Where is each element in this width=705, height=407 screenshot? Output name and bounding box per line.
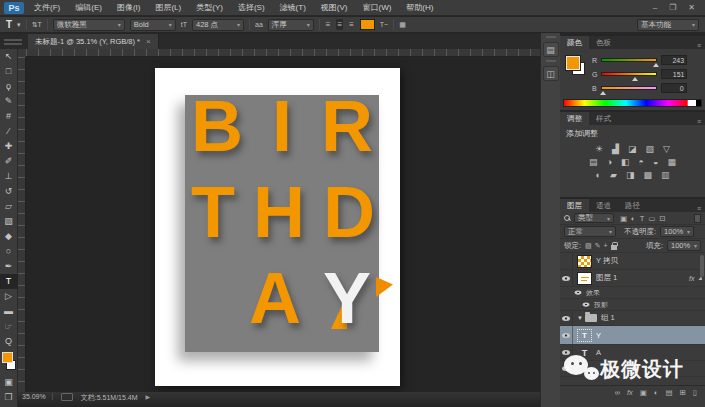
foreground-color-swatch[interactable]: [566, 56, 580, 70]
blur-tool[interactable]: ◆: [0, 229, 18, 244]
healing-brush-tool[interactable]: ✚: [0, 139, 18, 154]
group-row[interactable]: ▼ 组 1: [560, 311, 705, 326]
tab-channels[interactable]: 通道: [589, 199, 618, 212]
eye-icon[interactable]: [583, 302, 590, 306]
tab-color[interactable]: 颜色: [560, 36, 589, 49]
maximize-button[interactable]: ❐: [669, 3, 676, 12]
foreground-color-swatch[interactable]: [2, 352, 13, 363]
blue-value[interactable]: 0: [661, 83, 687, 93]
text-orientation-icon[interactable]: ⇅T: [32, 21, 42, 29]
toolbar-collapse-grip[interactable]: [4, 39, 22, 45]
close-tab-icon[interactable]: ×: [146, 37, 151, 46]
clone-stamp-tool[interactable]: ⊥: [0, 169, 18, 184]
hand-tool[interactable]: ☞: [0, 319, 18, 334]
gradient-tool[interactable]: ▨: [0, 214, 18, 229]
filter-smart-object-icon[interactable]: ⊡: [659, 214, 665, 223]
gradient-map-icon[interactable]: ▩: [643, 170, 652, 180]
lasso-tool[interactable]: ϙ: [0, 79, 18, 94]
menu-image[interactable]: 图像(I): [117, 2, 141, 13]
tab-swatches[interactable]: 色板: [589, 36, 618, 49]
document-tab[interactable]: 未标题-1 @ 35.1% (Y, RGB/8) * ×: [28, 34, 159, 49]
tab-layers[interactable]: 图层: [560, 199, 589, 212]
minimize-button[interactable]: –: [653, 3, 657, 12]
close-button[interactable]: ✕: [688, 3, 695, 12]
levels-icon[interactable]: ▟: [612, 144, 619, 154]
tool-preset-dropdown-icon[interactable]: ▾: [17, 21, 21, 29]
pen-tool[interactable]: ✒: [0, 259, 18, 274]
color-spectrum-ramp[interactable]: [563, 99, 702, 107]
menu-type[interactable]: 类型(Y): [196, 2, 223, 13]
filter-shape-layers-icon[interactable]: ▭: [648, 214, 655, 223]
color-lookup-icon[interactable]: ▦: [667, 157, 676, 167]
dodge-tool[interactable]: ○: [0, 244, 18, 259]
visibility-toggle[interactable]: [560, 326, 573, 344]
curves-icon[interactable]: ◪: [628, 144, 637, 154]
layer-thumbnail[interactable]: [577, 255, 592, 268]
warp-text-icon[interactable]: T~: [380, 21, 388, 28]
green-slider[interactable]: [601, 72, 657, 76]
layer-thumbnail[interactable]: [577, 272, 592, 285]
channel-mixer-icon[interactable]: ◒: [653, 157, 658, 167]
move-tool[interactable]: ↖: [0, 49, 18, 64]
panel-menu-icon[interactable]: ≡: [697, 205, 705, 212]
menu-file[interactable]: 文件(F): [34, 2, 60, 13]
posterize-icon[interactable]: ▰: [610, 170, 617, 180]
menu-select[interactable]: 选择(S): [238, 2, 265, 13]
status-arrow-icon[interactable]: ▶: [146, 393, 151, 400]
layer-row-y-copy[interactable]: Y 拷贝: [560, 253, 705, 270]
menu-view[interactable]: 视图(V): [321, 2, 348, 13]
font-style-select[interactable]: Bold ▾: [130, 19, 176, 31]
panel-menu-icon[interactable]: ≡: [697, 42, 705, 49]
font-size-select[interactable]: 428 点 ▾: [192, 19, 244, 31]
document-page[interactable]: BIR THD A Y: [155, 68, 400, 386]
menu-filter[interactable]: 滤镜(T): [280, 2, 306, 13]
panel-menu-icon[interactable]: ≡: [697, 118, 705, 125]
eyedropper-tool[interactable]: ⁄: [0, 124, 18, 139]
red-slider[interactable]: [601, 58, 657, 62]
selective-color-icon[interactable]: ▥: [661, 170, 670, 180]
filter-pixel-layers-icon[interactable]: ▣: [620, 214, 627, 223]
quick-selection-tool[interactable]: ✎: [0, 94, 18, 109]
photo-filter-icon[interactable]: ◓: [639, 157, 644, 167]
effects-row[interactable]: 效果: [560, 287, 705, 299]
history-panel-icon[interactable]: ▤: [543, 42, 559, 57]
filter-toggle-switch[interactable]: [694, 214, 701, 223]
brush-tool[interactable]: ✐: [0, 154, 18, 169]
tab-styles[interactable]: 样式: [589, 112, 618, 125]
crop-tool[interactable]: #: [0, 109, 18, 124]
blue-slider-handle[interactable]: [600, 91, 606, 95]
blend-mode-select[interactable]: 正常 ▾: [564, 226, 616, 237]
visibility-toggle[interactable]: [560, 270, 573, 286]
layers-scrollbar[interactable]: [700, 255, 704, 277]
lock-transparent-icon[interactable]: ▨: [585, 242, 592, 250]
path-selection-tool[interactable]: ▷: [0, 289, 18, 304]
lock-all-icon[interactable]: [611, 245, 617, 250]
marquee-tool[interactable]: □: [0, 64, 18, 79]
visibility-toggle[interactable]: [560, 311, 573, 325]
filter-adjustment-layers-icon[interactable]: ◐: [631, 214, 636, 223]
invert-icon[interactable]: ◐: [596, 170, 601, 180]
workspace-select[interactable]: 基本功能 ▾: [637, 19, 699, 31]
layer-row-y-selected[interactable]: T Y: [560, 326, 705, 345]
type-tool[interactable]: T: [0, 274, 18, 289]
shape-tool[interactable]: ▬: [0, 304, 18, 319]
green-slider-handle[interactable]: [632, 77, 638, 81]
quick-mask-button[interactable]: ▣: [0, 375, 18, 390]
history-brush-tool[interactable]: ↺: [0, 184, 18, 199]
visibility-toggle[interactable]: [560, 253, 573, 269]
menu-layer[interactable]: 图层(L): [155, 2, 181, 13]
menu-edit[interactable]: 编辑(E): [75, 2, 102, 13]
tab-paths[interactable]: 路径: [618, 199, 647, 212]
blue-slider[interactable]: [601, 86, 657, 90]
opacity-select[interactable]: 100% ▾: [660, 226, 694, 237]
text-color-swatch[interactable]: [360, 19, 375, 30]
red-slider-handle[interactable]: [653, 63, 659, 67]
align-center-icon[interactable]: ≡: [336, 19, 343, 30]
group-disclosure-icon[interactable]: ▼: [577, 315, 583, 321]
anti-alias-select[interactable]: 浑厚 ▾: [268, 19, 314, 31]
filter-type-layers-icon[interactable]: T: [640, 214, 645, 223]
eraser-tool[interactable]: ▱: [0, 199, 18, 214]
font-family-select[interactable]: 微软雅黑 ▾: [53, 19, 125, 31]
toggle-panels-icon[interactable]: ▦: [399, 21, 406, 29]
red-value[interactable]: 243: [661, 55, 687, 65]
